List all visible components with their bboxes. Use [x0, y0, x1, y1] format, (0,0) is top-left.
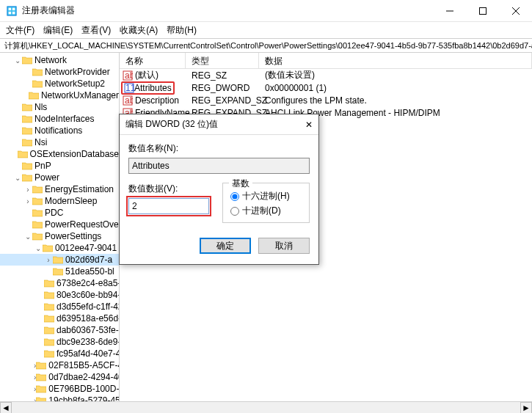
tree-node[interactable]: 6738e2c4-e8a5-4a [0, 277, 119, 289]
tree-node[interactable]: ›EnergyEstimation [0, 183, 119, 195]
menu-help[interactable]: 帮助(H) [167, 24, 197, 37]
menu-view[interactable]: 查看(V) [81, 24, 111, 37]
hex-radio[interactable]: 十六进制(H) [230, 190, 302, 202]
tree-label: NodeInterfaces [34, 114, 94, 124]
address-bar[interactable]: 计算机\HKEY_LOCAL_MACHINE\SYSTEM\CurrentCon… [0, 38, 532, 53]
value-name: Attributes [134, 83, 172, 93]
tree-node[interactable]: ›ModernSleep [0, 195, 119, 207]
value-icon: ab [123, 95, 133, 106]
tree-node[interactable]: Nls [0, 101, 119, 113]
tree-node[interactable]: 80e3c60e-bb94-4a [0, 289, 119, 301]
horizontal-scrollbar[interactable]: ◄ ► [0, 401, 532, 413]
titlebar: 注册表编辑器 [0, 0, 532, 22]
expand-icon[interactable]: › [23, 197, 32, 205]
ok-button[interactable]: 确定 [200, 238, 251, 254]
tree-node[interactable]: ⌄Power [0, 172, 119, 183]
menu-edit[interactable]: 编辑(E) [43, 24, 73, 37]
value-data: 0x00000001 (1) [259, 83, 532, 93]
folder-icon [22, 126, 32, 135]
dec-radio[interactable]: 十进制(D) [230, 205, 302, 217]
tree-view[interactable]: ⌄NetworkNetworkProviderNetworkSetup2Netw… [0, 53, 120, 401]
tree-label: Network [34, 55, 67, 65]
expand-icon[interactable]: › [23, 186, 32, 194]
list-row[interactable]: abDescriptionREG_EXPAND_SZConfigures the… [120, 94, 532, 106]
expand-icon[interactable]: › [44, 256, 53, 264]
col-name[interactable]: 名称 [120, 53, 186, 68]
collapse-icon[interactable]: ⌄ [23, 233, 32, 241]
tree-label: NetworkProvider [45, 67, 110, 77]
cancel-button[interactable]: 取消 [258, 238, 310, 254]
folder-icon [43, 244, 53, 252]
hex-radio-input[interactable] [230, 192, 239, 201]
value-name: (默认) [135, 69, 158, 81]
folder-icon [44, 314, 54, 323]
maximize-button[interactable] [466, 0, 499, 22]
tree-label: PnP [34, 161, 51, 171]
folder-icon [22, 161, 32, 170]
tree-node[interactable]: Nsi [0, 136, 119, 148]
close-button[interactable] [499, 0, 532, 22]
tree-label: 0b2d69d7-a [65, 255, 112, 265]
tree-node[interactable]: PDC [0, 207, 119, 219]
dec-radio-input[interactable] [230, 207, 239, 216]
col-type[interactable]: 类型 [186, 53, 259, 68]
scroll-right-button[interactable]: ► [520, 402, 532, 413]
value-name: Description [135, 95, 179, 106]
folder-icon [32, 197, 43, 205]
tree-node[interactable]: ⌄PowerSettings [0, 230, 119, 242]
tree-node[interactable]: ›0d7dbae2-4294-402a [0, 371, 119, 383]
folder-icon [22, 114, 32, 123]
tree-node[interactable]: NodeInterfaces [0, 113, 119, 125]
folder-icon [44, 290, 54, 299]
folder-icon [53, 267, 63, 276]
collapse-icon[interactable]: ⌄ [13, 56, 22, 65]
value-name-field[interactable] [128, 158, 310, 174]
dialog-titlebar[interactable]: 编辑 DWORD (32 位)值 ✕ [120, 114, 318, 135]
folder-icon [44, 302, 54, 311]
value-data-field[interactable] [128, 198, 209, 214]
folder-icon [32, 208, 43, 217]
tree-node[interactable]: Notifications [0, 125, 119, 136]
tree-node[interactable]: 51dea550-bl [0, 266, 119, 277]
minimize-button[interactable] [433, 0, 466, 22]
tree-node[interactable]: ›19cbb8fa-5279-450e [0, 395, 119, 401]
tree-node[interactable]: d639518a-e56d-43 [0, 313, 119, 324]
svg-rect-6 [479, 7, 486, 14]
tree-node[interactable]: ⌄Network [0, 54, 119, 66]
tree-node[interactable]: PnP [0, 160, 119, 172]
tree-node[interactable]: ⌄0012ee47-9041 [0, 242, 119, 254]
col-data[interactable]: 数据 [259, 53, 532, 68]
tree-node[interactable]: NetworkUxManager [0, 89, 119, 101]
tree-node[interactable]: dbc9e238-6de9-49 [0, 336, 119, 348]
tree-label: Power [34, 172, 59, 183]
tree-node[interactable]: fc95af4d-40e7-4b [0, 348, 119, 359]
tree-node[interactable]: ›02F815B5-A5CF-4C84 [0, 359, 119, 371]
list-row[interactable]: 110AttributesREG_DWORD0x00000001 (1) [120, 81, 532, 94]
tree-node[interactable]: ›0b2d69d7-a [0, 254, 119, 266]
tree-node[interactable]: ›0E796BDB-100D-47D [0, 383, 119, 395]
folder-icon [36, 361, 46, 370]
tree-node[interactable]: NetworkSetup2 [0, 78, 119, 89]
folder-icon [44, 349, 54, 358]
tree-node[interactable]: d3d55efd-c1ff-424 [0, 301, 119, 313]
scroll-left-button[interactable]: ◄ [0, 402, 12, 413]
collapse-icon[interactable]: ⌄ [13, 174, 22, 182]
folder-icon [22, 103, 32, 112]
menu-file[interactable]: 文件(F) [6, 24, 34, 37]
dialog-close-button[interactable]: ✕ [291, 120, 313, 130]
tree-label: Nsi [34, 137, 47, 147]
folder-icon [18, 150, 28, 158]
tree-node[interactable]: PowerRequestOve [0, 219, 119, 230]
tree-label: PDC [45, 208, 63, 218]
collapse-icon[interactable]: ⌄ [34, 244, 43, 252]
folder-icon [22, 56, 32, 65]
tree-node[interactable]: NetworkProvider [0, 66, 119, 78]
tree-node[interactable]: dab60367-53fe-4fl [0, 324, 119, 336]
folder-icon [32, 232, 43, 241]
menu-fav[interactable]: 收藏夹(A) [120, 24, 158, 37]
tree-label: Notifications [34, 125, 82, 136]
folder-icon [44, 326, 54, 335]
folder-icon [53, 255, 63, 264]
tree-node[interactable]: OSExtensionDatabase [0, 148, 119, 160]
list-row[interactable]: ab(默认)REG_SZ(数值未设置) [120, 69, 532, 81]
